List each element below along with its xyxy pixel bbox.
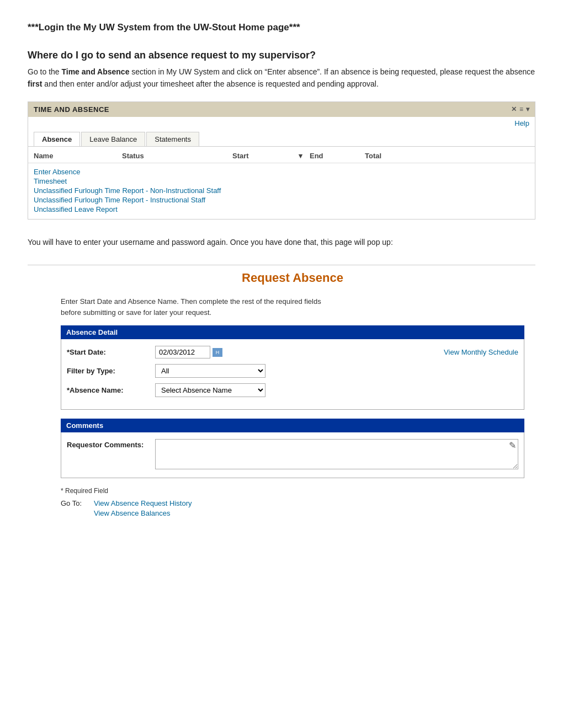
tab-leave-balance[interactable]: Leave Balance	[81, 132, 145, 146]
start-date-input[interactable]	[155, 346, 210, 358]
tab-absence[interactable]: Absence	[34, 132, 80, 146]
link-timesheet[interactable]: Timesheet	[34, 177, 529, 185]
widget-tabs: Absence Leave Balance Statements	[28, 132, 535, 147]
form-instruction: Enter Start Date and Absence Name. Then …	[61, 296, 524, 318]
absence-detail-header: Absence Detail	[61, 325, 524, 339]
section1-heading: Where do I go to send an absence request…	[28, 50, 535, 61]
start-date-row: *Start Date: H View Monthly Schedule	[67, 346, 518, 358]
request-absence-container: Request Absence Enter Start Date and Abs…	[61, 271, 524, 517]
filter-type-field: All	[155, 364, 518, 378]
requestor-comments-label: Requestor Comments:	[67, 439, 155, 449]
absence-name-label: *Absence Name:	[67, 386, 155, 394]
divider	[28, 265, 535, 265]
bold-time-absence: Time and Absence	[61, 67, 129, 76]
bold-first: first	[28, 79, 42, 88]
widget-links: Enter Absence Timesheet Unclassified Fur…	[28, 163, 535, 219]
requestor-comments-row: Requestor Comments: ✎	[67, 439, 518, 471]
view-monthly-link[interactable]: View Monthly Schedule	[444, 348, 518, 356]
widget-header: TIME AND ABSENCE ✕ ≡ ▾	[28, 102, 535, 117]
link-furlough-instructional[interactable]: Unclassified Furlough Time Report - Inst…	[34, 196, 529, 204]
intro-paragraph: Go to the Time and Absence section in My…	[28, 66, 535, 90]
goto-row: Go To: View Absence Request History View…	[61, 499, 524, 517]
absence-name-row: *Absence Name: Select Absence Name	[67, 383, 518, 397]
widget-title: TIME AND ABSENCE	[34, 105, 109, 114]
filter-type-select[interactable]: All	[155, 364, 265, 378]
required-note: * Required Field	[61, 487, 524, 495]
absence-name-select[interactable]: Select Absence Name	[155, 383, 265, 397]
help-link[interactable]: Help	[28, 117, 535, 130]
calendar-icon[interactable]: H	[213, 348, 222, 357]
table-header-row: Name Status Start ▾ End Total	[28, 149, 535, 163]
col-name: Name	[34, 152, 122, 160]
comments-header: Comments	[61, 419, 524, 432]
col-start: Start	[232, 152, 299, 160]
goto-links: View Absence Request History View Absenc…	[94, 499, 192, 517]
col-sort-icon[interactable]: ▾	[299, 152, 310, 160]
chevron-down-icon[interactable]: ▾	[526, 105, 530, 113]
link-leave-report[interactable]: Unclassified Leave Report	[34, 205, 529, 213]
tab-statements[interactable]: Statements	[146, 132, 199, 146]
requestor-comments-input[interactable]	[155, 439, 518, 469]
between-text: You will have to enter your username and…	[28, 236, 535, 248]
absence-name-field: Select Absence Name	[155, 383, 518, 397]
goto-absence-balances[interactable]: View Absence Balances	[94, 509, 192, 517]
page-title: ***Login the My UW System from the UW-St…	[28, 22, 535, 33]
widget-header-icons[interactable]: ✕ ≡ ▾	[511, 105, 529, 113]
start-date-field: H View Monthly Schedule	[155, 346, 518, 358]
goto-label: Go To:	[61, 499, 94, 507]
filter-type-label: Filter by Type:	[67, 367, 155, 375]
col-total: Total	[365, 152, 420, 160]
instruction-line2: before submitting or save for later your…	[61, 308, 211, 317]
filter-type-row: Filter by Type: All	[67, 364, 518, 378]
close-icon[interactable]: ✕	[511, 105, 517, 113]
col-status: Status	[122, 152, 232, 160]
comments-body: Requestor Comments: ✎	[61, 432, 524, 478]
time-absence-widget: TIME AND ABSENCE ✕ ≡ ▾ Help Absence Leav…	[28, 101, 535, 220]
spell-check-icon[interactable]: ✎	[509, 440, 516, 451]
request-absence-title: Request Absence	[61, 271, 524, 285]
col-end: End	[310, 152, 365, 160]
link-enter-absence[interactable]: Enter Absence	[34, 168, 529, 176]
start-date-label: *Start Date:	[67, 348, 155, 356]
instruction-line1: Enter Start Date and Absence Name. Then …	[61, 297, 321, 306]
comments-field-wrapper: ✎	[155, 439, 518, 471]
menu-icon[interactable]: ≡	[519, 105, 524, 113]
goto-absence-request-history[interactable]: View Absence Request History	[94, 499, 192, 507]
link-furlough-non-instructional[interactable]: Unclassified Furlough Time Report - Non-…	[34, 186, 529, 195]
absence-detail-body: *Start Date: H View Monthly Schedule Fil…	[61, 339, 524, 410]
